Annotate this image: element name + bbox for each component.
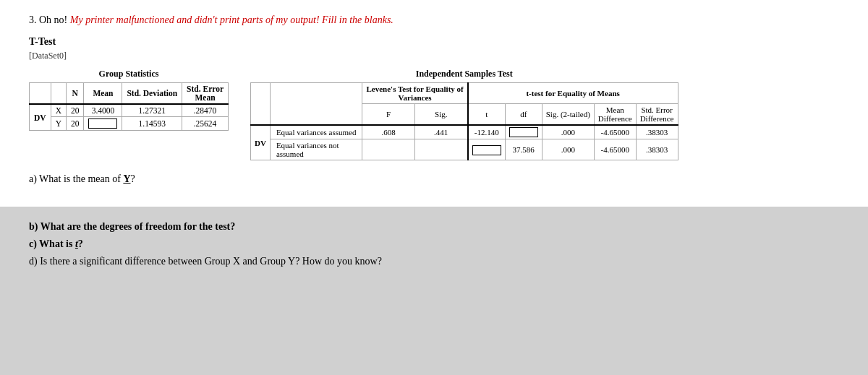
- col-sig2: Sig. (2-tailed): [542, 104, 594, 126]
- is-f: .608: [362, 125, 414, 139]
- part-a-q: ?: [131, 173, 135, 184]
- q-number: 3.: [29, 14, 37, 25]
- col-df: df: [505, 104, 542, 126]
- part-c-label: c) What is t?: [29, 238, 83, 249]
- part-c-question: c) What is t?: [29, 238, 839, 250]
- gs-stddev-y: 1.14593: [122, 117, 182, 131]
- gs-iv-y: Y: [51, 117, 66, 131]
- gs-mean-y-blank: [84, 117, 122, 131]
- is-stderrdiff2: .38303: [636, 139, 678, 160]
- gs-stderr-x: .28470: [182, 104, 229, 117]
- tables-row: Group Statistics N Mean Std. Deviation S…: [29, 69, 839, 160]
- gs-row-y: Y 20 1.14593 .25624: [30, 117, 229, 131]
- part-a: a) What is the mean of Y?: [29, 173, 839, 185]
- is-sig-2: [414, 139, 467, 160]
- t-blank-box[interactable]: [472, 145, 501, 155]
- is-meandiff: -4.65000: [594, 125, 636, 139]
- gs-row-x: DV X 20 3.4000 1.27321 .28470: [30, 104, 229, 117]
- part-a-label: a) What is the mean of: [29, 173, 123, 184]
- ttest-header: t-test for Equality of Means: [468, 83, 678, 104]
- part-b-label: b) What are the degrees of freedom for t…: [29, 221, 235, 232]
- group-stats-title: Group Statistics: [29, 69, 229, 79]
- is-sig2-2: .000: [542, 139, 594, 160]
- col-t: t: [468, 104, 506, 126]
- mean-y-blank-box[interactable]: [88, 118, 117, 129]
- is-meandiff2: -4.65000: [594, 139, 636, 160]
- part-d-prefix: d) Is there a significant difference bet…: [29, 256, 243, 267]
- col-meandiff: MeanDifference: [594, 104, 636, 126]
- gs-n-x: 20: [66, 104, 84, 117]
- gs-stddev-x: 1.27321: [122, 104, 182, 117]
- part-b-question: b) What are the degrees of freedom for t…: [29, 221, 839, 233]
- is-label-equal: Equal variances assumed: [270, 125, 362, 139]
- ind-samples-section: Independent Samples Test Levene's Test f…: [250, 69, 678, 160]
- gs-col-blank2: [51, 83, 66, 105]
- is-df2: 37.586: [505, 139, 542, 160]
- gs-stderr-y: .25624: [182, 117, 229, 131]
- levene-header: Levene's Test for Equality ofVariances: [362, 83, 468, 104]
- part-d-question: d) Is there a significant difference bet…: [29, 256, 839, 267]
- is-df-blank: [505, 125, 542, 139]
- is-label-notequal: Equal variances notassumed: [270, 139, 362, 160]
- is-f2: [362, 139, 414, 160]
- part-a-underline: Y: [123, 173, 130, 184]
- gs-dv-label: DV: [30, 104, 51, 131]
- top-panel: 3. Oh no! My printer malfunctioned and d…: [0, 0, 868, 207]
- dataset-label: [DataSet0]: [29, 51, 839, 61]
- gs-n-y: 20: [66, 117, 84, 131]
- ind-samples-table: Levene's Test for Equality ofVariances t…: [250, 82, 678, 160]
- q-oh-no: Oh no!: [39, 14, 67, 25]
- question-header: 3. Oh no! My printer malfunctioned and d…: [29, 14, 839, 26]
- ttest-title: T-Test: [29, 36, 839, 48]
- is-t: -12.140: [468, 125, 506, 139]
- group-stats-section: Group Statistics N Mean Std. Deviation S…: [29, 69, 229, 131]
- bottom-panel: b) What are the degrees of freedom for t…: [0, 207, 868, 375]
- col-sig: Sig.: [414, 104, 467, 126]
- is-sig: .441: [414, 125, 467, 139]
- gs-col-n: N: [66, 83, 84, 105]
- is-row-equal: DV Equal variances assumed .608 .441 -12…: [251, 125, 678, 139]
- group-stats-table: N Mean Std. Deviation Std. ErrorMean DV …: [29, 82, 229, 131]
- is-row-notequal: Equal variances notassumed 37.586 .000 -…: [251, 139, 678, 160]
- is-stderrdiff: .38303: [636, 125, 678, 139]
- gs-iv-x: X: [51, 104, 66, 117]
- df-blank-box[interactable]: [509, 127, 538, 137]
- gs-mean-x: 3.4000: [84, 104, 122, 117]
- gs-col-mean: Mean: [84, 83, 122, 105]
- col-stderrdiff: Std. ErrorDifference: [636, 104, 678, 126]
- gs-col-blank1: [30, 83, 51, 105]
- gs-col-stddev: Std. Deviation: [122, 83, 182, 105]
- q-red-text: My printer malfunctioned and didn't prin…: [70, 14, 393, 25]
- is-t-blank: [468, 139, 506, 160]
- is-sig2: .000: [542, 125, 594, 139]
- col-f: F: [362, 104, 414, 126]
- part-d-suffix: and Group Y? How do you know?: [243, 256, 382, 267]
- ind-samples-title: Independent Samples Test: [250, 69, 678, 79]
- gs-col-stderr: Std. ErrorMean: [182, 83, 229, 105]
